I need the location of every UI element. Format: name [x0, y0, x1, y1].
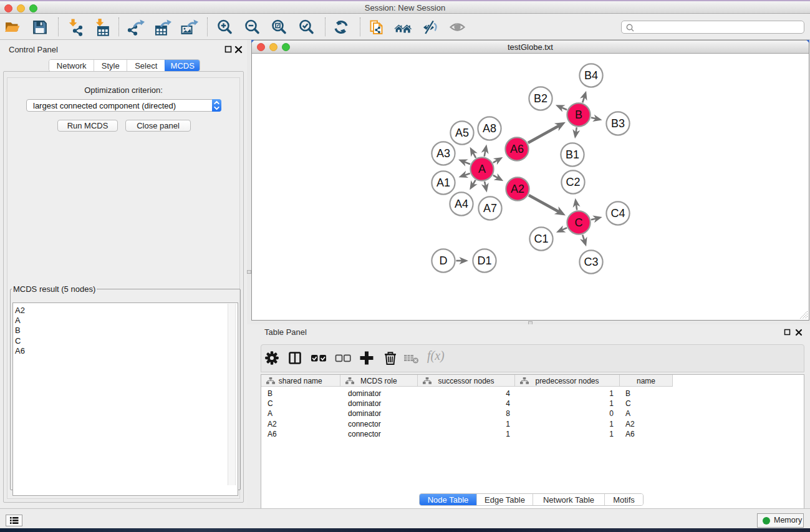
svg-text:A4: A4: [455, 198, 468, 210]
svg-text:B1: B1: [566, 148, 579, 161]
svg-text:B3: B3: [611, 117, 625, 130]
svg-text:C3: C3: [584, 256, 598, 268]
svg-text:A5: A5: [455, 127, 469, 139]
svg-text:A1: A1: [436, 177, 450, 189]
svg-text:A8: A8: [483, 122, 496, 135]
svg-text:C2: C2: [566, 176, 580, 188]
svg-text:A7: A7: [483, 202, 497, 215]
svg-text:B2: B2: [534, 92, 547, 105]
svg-text:A: A: [478, 163, 486, 175]
svg-text:C: C: [575, 216, 583, 229]
svg-text:C1: C1: [534, 233, 548, 245]
svg-text:A6: A6: [510, 143, 524, 155]
svg-text:B4: B4: [584, 69, 598, 82]
svg-text:A2: A2: [511, 183, 524, 195]
svg-text:C4: C4: [610, 207, 625, 220]
svg-text:D1: D1: [477, 254, 491, 267]
svg-text:D: D: [440, 254, 448, 267]
svg-text:A3: A3: [436, 147, 450, 160]
svg-text:B: B: [575, 109, 582, 121]
